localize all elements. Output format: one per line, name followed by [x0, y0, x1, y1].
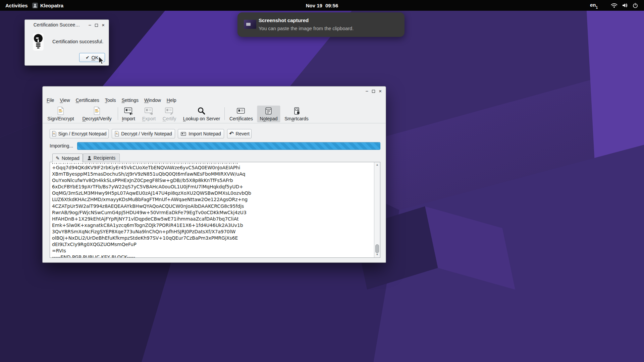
window-controls: − ×: [365, 86, 382, 96]
toolbar-separator: [224, 107, 225, 120]
clock-date: Nov 19: [306, 3, 322, 8]
clock[interactable]: Nov 19 09:56: [306, 0, 338, 11]
kleopatra-window: − × File View Certificates Tools Setting…: [42, 86, 386, 263]
document-icon: [115, 131, 119, 136]
keyboard-layout-code: en: [590, 2, 596, 8]
document-decrypt-icon: [94, 107, 101, 115]
progress-label: Importing...: [50, 142, 73, 150]
keyboard-layout-indicator[interactable]: en1: [590, 2, 598, 9]
mouse-cursor: [98, 56, 104, 65]
decrypt-verify-notepad-button[interactable]: Decrypt / Verify Notepad: [112, 129, 175, 138]
notification-title: Screenshot captured: [259, 17, 309, 23]
toolbar-label: Smartcards: [284, 116, 309, 121]
toolbar-sign-encrypt[interactable]: Sign/Encrypt: [45, 106, 76, 122]
dialog-message: Certification successful.: [52, 39, 103, 44]
notepad-icon: [265, 107, 273, 115]
toolbar-decrypt-verify[interactable]: Decrypt/Verify: [79, 106, 114, 122]
document-encrypt-icon: [57, 107, 64, 115]
scroll-up-icon[interactable]: ▲: [374, 163, 380, 167]
clock-time: 09:56: [325, 3, 338, 8]
toolbar-import[interactable]: Import: [119, 106, 138, 122]
toolbar-notepad[interactable]: Notepad: [257, 106, 280, 122]
pgp-key-text[interactable]: +Gqq7d94QKdKV9IF2rbKiyEr45VkCUoXeTbENQVA…: [52, 165, 251, 258]
desktop: Activities Kleopatra Nov 19 09:56 en1: [0, 0, 644, 362]
toolbar: Sign/Encrypt Decrypt/Verify: [43, 105, 386, 123]
toolbar-label: Sign/Encrypt: [47, 116, 74, 121]
toolbar-smartcards[interactable]: Smartcards: [282, 106, 311, 122]
button-label: Import Notepad: [189, 131, 221, 136]
smartcard-icon: [292, 107, 301, 115]
focused-app-indicator[interactable]: Kleopatra: [32, 0, 63, 11]
menu-view[interactable]: View: [60, 98, 70, 103]
menu-window[interactable]: Window: [144, 98, 161, 103]
screenshot-thumbnail: [244, 20, 256, 29]
close-icon[interactable]: ×: [102, 22, 105, 27]
tab-notepad[interactable]: ✎ Notepad: [52, 154, 83, 162]
maximize-icon[interactable]: [95, 22, 98, 27]
top-bar: Activities Kleopatra Nov 19 09:56 en1: [0, 0, 644, 11]
undo-icon: ↶: [229, 131, 233, 136]
checkmark-icon: ✔: [86, 55, 90, 60]
maximize-icon[interactable]: [372, 88, 375, 94]
lightbulb-icon: [33, 33, 44, 51]
menu-bar: File View Certificates Tools Settings Wi…: [43, 96, 386, 105]
power-icon: [633, 3, 638, 8]
import-progress-bar: [77, 142, 380, 150]
revert-button[interactable]: ↶ Revert: [227, 129, 252, 138]
menu-tools[interactable]: Tools: [105, 98, 116, 103]
toolbar-lookup-on-server[interactable]: Lookup on Server: [180, 106, 223, 122]
close-icon[interactable]: ×: [379, 88, 382, 94]
toolbar-label: Notepad: [260, 116, 278, 121]
certificate-export-icon: [145, 107, 153, 115]
activities-label: Activities: [5, 3, 28, 8]
toolbar-label: Certify: [163, 116, 176, 121]
vertical-scrollbar[interactable]: ▲ ▼: [374, 162, 380, 257]
kleopatra-app-icon: [32, 3, 38, 8]
menu-settings[interactable]: Settings: [121, 98, 139, 103]
system-tray[interactable]: en1: [590, 0, 638, 11]
certificate-certify-icon: [165, 107, 174, 115]
scroll-down-icon[interactable]: ▼: [374, 253, 380, 257]
search-icon: [198, 107, 206, 115]
toolbar-separator: [118, 107, 118, 120]
button-label: Sign / Encrypt Notepad: [58, 131, 107, 136]
toolbar-label: Certificates: [229, 116, 253, 121]
import-notepad-button[interactable]: Import Notepad: [178, 129, 224, 138]
toolbar-certificates[interactable]: Certificates: [227, 106, 256, 122]
document-icon: [52, 131, 56, 136]
certificate-icon: [237, 107, 246, 115]
button-label: Revert: [236, 131, 250, 136]
notification-popup[interactable]: Screenshot captured You can paste the im…: [237, 12, 405, 37]
minimize-icon[interactable]: −: [88, 22, 91, 27]
dialog-window-controls: − ×: [88, 20, 105, 30]
notification-body: You can paste the image from the clipboa…: [259, 26, 354, 31]
sign-encrypt-notepad-button[interactable]: Sign / Encrypt Notepad: [50, 129, 109, 138]
toolbar-label: Export: [142, 116, 156, 121]
volume-icon: [622, 3, 628, 8]
toolbar-label: Lookup on Server: [183, 116, 220, 121]
ok-button-label: OK: [91, 55, 98, 60]
tab-label: Notepad: [62, 156, 79, 161]
pencil-icon: ✎: [56, 156, 60, 161]
certificate-import-icon: [124, 107, 133, 115]
scrollbar-thumb[interactable]: [375, 244, 379, 253]
tab-recipients[interactable]: Recipients: [83, 154, 120, 162]
kleopatra-titlebar[interactable]: − ×: [43, 86, 386, 96]
menu-certificates[interactable]: Certificates: [76, 98, 99, 103]
activities-button[interactable]: Activities: [5, 0, 28, 11]
minimize-icon[interactable]: −: [365, 88, 368, 94]
menu-file[interactable]: File: [47, 98, 54, 103]
notepad-text-area[interactable]: +Gqq7d94QKdKV9IF2rbKiyEr45VkCUoXeTbENQVA…: [50, 162, 380, 258]
certification-dialog: Certification Succee… − × Certification …: [24, 19, 109, 66]
focused-app-name: Kleopatra: [40, 3, 63, 8]
clipped-text-line: [52, 163, 237, 164]
menu-help[interactable]: Help: [167, 98, 176, 103]
button-label: Decrypt / Verify Notepad: [121, 131, 172, 136]
toolbar-label: Decrypt/Verify: [82, 116, 111, 121]
wifi-icon: [611, 3, 618, 8]
tab-label: Recipients: [94, 155, 115, 161]
toolbar-export: Export: [140, 106, 158, 122]
person-icon: [87, 156, 92, 160]
toolbar-certify: Certify: [160, 106, 179, 122]
certificate-import-icon: [181, 132, 186, 136]
